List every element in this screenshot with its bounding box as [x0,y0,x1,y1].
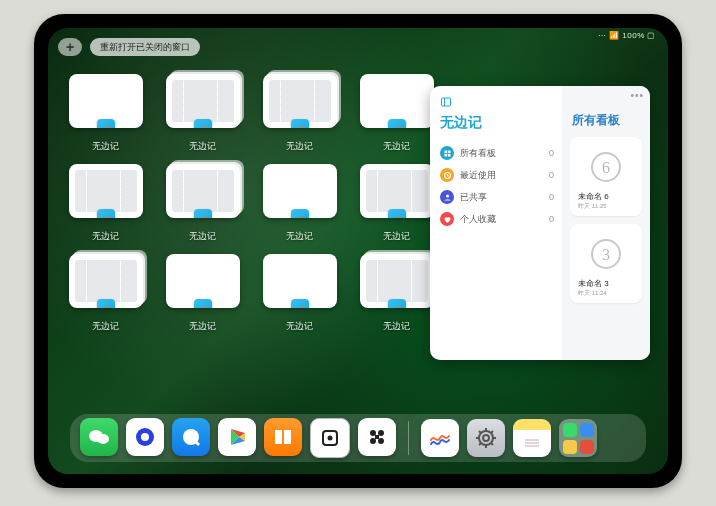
freeform-panel: 无边记 所有看板0最近使用0已共享0个人收藏0 ••• 所有看板 6未命名 6昨… [430,86,650,360]
board-title: 未命名 6 [578,191,634,202]
tile-label: 无边记 [383,230,410,243]
freeform-app-icon [97,299,115,308]
sidebar-item-count: 0 [549,148,554,158]
svg-rect-4 [444,153,447,156]
tile-label: 无边记 [92,140,119,153]
svg-rect-2 [444,150,447,153]
svg-point-7 [446,194,449,197]
svg-rect-5 [447,153,450,156]
window-tile[interactable]: 无边记 [163,164,242,250]
panel-subtitle: 所有看板 [572,112,642,129]
tile-label: 无边记 [189,320,216,333]
freeform-app-icon [291,209,309,218]
svg-rect-3 [447,150,450,153]
window-tile[interactable]: 无边记 [66,164,145,250]
window-tile[interactable]: 无边记 [260,164,339,250]
board-card[interactable]: 3未命名 3昨天 11:24 [570,224,642,303]
dock-wechat-icon[interactable] [80,418,118,456]
window-tile[interactable]: 无边记 [66,254,145,340]
sidebar-item-label: 最近使用 [460,169,496,182]
window-tile[interactable]: 无边记 [163,74,242,160]
freeform-app-icon [97,209,115,218]
sidebar-item-heart[interactable]: 个人收藏0 [440,208,554,230]
sidebar-item-clock[interactable]: 最近使用0 [440,164,554,186]
freeform-app-icon [194,119,212,128]
dock-set-icon[interactable] [467,419,505,457]
windows-grid: 无边记无边记无边记无边记无边记无边记无边记无边记无边记无边记无边记无边记 [66,74,436,434]
board-title: 未命名 3 [578,278,634,289]
dock [70,414,646,462]
svg-point-13 [97,434,109,444]
svg-point-22 [328,436,333,441]
tile-label: 无边记 [189,140,216,153]
panel-content: ••• 所有看板 6未命名 6昨天 11:253未命名 3昨天 11:24 [562,86,650,360]
tile-label: 无边记 [92,230,119,243]
freeform-app-icon [388,209,406,218]
sidebar-item-label: 所有看板 [460,147,496,160]
dock-qplay-icon[interactable] [126,418,164,456]
board-card[interactable]: 6未命名 6昨天 11:25 [570,137,642,216]
tile-label: 无边记 [286,320,313,333]
sidebar-item-person[interactable]: 已共享0 [440,186,554,208]
window-tile[interactable]: 无边记 [357,74,436,160]
board-thumbnail: 3 [578,230,634,278]
home-screen: ⋯ 📶 100% ▢ + 重新打开已关闭的窗口 无边记无边记无边记无边记无边记无… [48,28,668,474]
board-thumbnail: 6 [578,143,634,191]
tile-label: 无边记 [286,230,313,243]
clock-icon [440,168,454,182]
sidebar-item-label: 已共享 [460,191,487,204]
svg-text:3: 3 [602,246,610,263]
panel-menu-icon[interactable]: ••• [630,90,644,101]
heart-icon [440,212,454,226]
svg-point-15 [141,433,149,441]
window-tile[interactable]: 无边记 [260,74,339,160]
dock-library-icon[interactable] [559,419,597,457]
grid-icon [440,146,454,160]
freeform-app-icon [97,119,115,128]
dock-divider [408,421,409,455]
board-subtitle: 昨天 11:25 [578,202,634,211]
dock-qq-icon[interactable] [172,418,210,456]
person-icon [440,190,454,204]
tile-label: 无边记 [383,320,410,333]
panel-title: 无边记 [440,114,554,132]
svg-point-28 [479,431,493,445]
freeform-app-icon [194,209,212,218]
ipad-frame: ⋯ 📶 100% ▢ + 重新打开已关闭的窗口 无边记无边记无边记无边记无边记无… [34,14,682,488]
sidebar-item-label: 个人收藏 [460,213,496,226]
window-tile[interactable]: 无边记 [357,254,436,340]
svg-rect-0 [442,98,451,106]
freeform-app-icon [388,299,406,308]
new-window-button[interactable]: + [58,38,82,56]
dock-notes-icon[interactable] [513,419,551,457]
sidebar-icon [440,96,452,110]
window-tile[interactable]: 无边记 [357,164,436,250]
freeform-app-icon [194,299,212,308]
reopen-closed-window-button[interactable]: 重新打开已关闭的窗口 [90,38,200,56]
freeform-app-icon [291,299,309,308]
tile-label: 无边记 [383,140,410,153]
tile-label: 无边记 [92,320,119,333]
sidebar-item-grid[interactable]: 所有看板0 [440,142,554,164]
freeform-app-icon [291,119,309,128]
sidebar-item-count: 0 [549,170,554,180]
dock-books-icon[interactable] [264,418,302,456]
tile-label: 无边记 [189,230,216,243]
dock-play-icon[interactable] [218,418,256,456]
window-tile[interactable]: 无边记 [260,254,339,340]
freeform-app-icon [388,119,406,128]
dock-joy-icon[interactable] [358,418,396,456]
svg-text:6: 6 [602,159,610,176]
board-subtitle: 昨天 11:24 [578,289,634,298]
window-tile[interactable]: 无边记 [66,74,145,160]
window-tile[interactable]: 无边记 [163,254,242,340]
dock-dice-icon[interactable] [310,418,350,458]
tile-label: 无边记 [286,140,313,153]
sidebar-item-count: 0 [549,214,554,224]
dock-free-icon[interactable] [421,419,459,457]
status-bar: ⋯ 📶 100% ▢ [598,31,656,40]
panel-sidebar: 无边记 所有看板0最近使用0已共享0个人收藏0 [430,86,562,360]
sidebar-item-count: 0 [549,192,554,202]
svg-rect-27 [375,435,379,439]
svg-point-29 [483,435,489,441]
